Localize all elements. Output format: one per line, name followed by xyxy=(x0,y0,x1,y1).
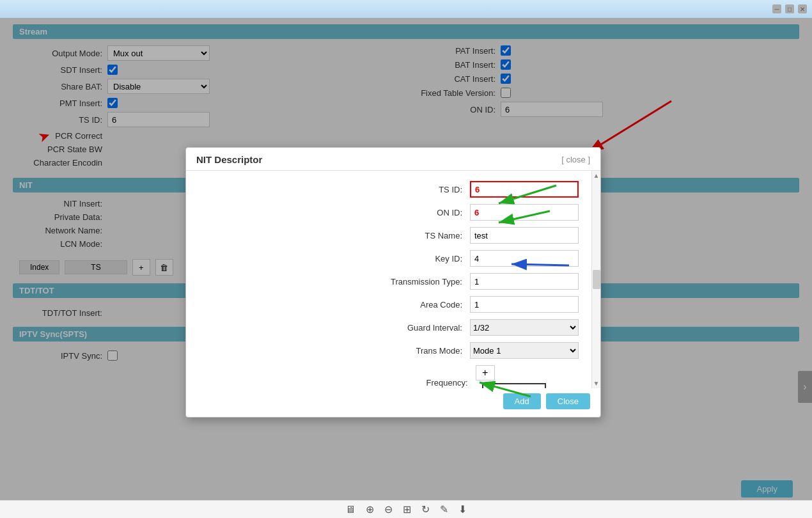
dialog-title: NIT Descriptor xyxy=(196,154,262,165)
monitor-icon[interactable]: 🖥 xyxy=(345,504,355,515)
maximize-button[interactable]: □ xyxy=(785,4,794,13)
dialog-trans-type-row: Transmission Type: xyxy=(199,273,579,290)
title-bar: ─ □ ✕ xyxy=(0,0,812,18)
dialog-ts-name-input[interactable] xyxy=(470,227,579,244)
frequency-value-input[interactable] xyxy=(482,383,546,388)
minimize-button[interactable]: ─ xyxy=(772,4,781,13)
dialog-guard-interval-label: Guard Interval: xyxy=(360,323,462,333)
dialog-guard-interval-row: Guard Interval: 1/32 1/16 1/8 1/4 xyxy=(199,319,579,336)
refresh-icon[interactable]: ↻ xyxy=(421,503,430,515)
frequency-entry: 0 MHz ✕ xyxy=(476,383,579,388)
dialog-close-link[interactable]: [ close ] xyxy=(561,155,590,164)
frequency-add-button[interactable]: + xyxy=(476,365,495,381)
dialog-ts-id-label: TS ID: xyxy=(360,185,462,194)
frequency-content: + 0 MHz ✕ xyxy=(476,365,579,388)
dialog-area-code-label: Area Code: xyxy=(360,300,462,310)
dialog-footer: Add Close xyxy=(186,388,600,417)
dialog-trans-type-input[interactable] xyxy=(470,273,579,290)
dialog-trans-mode-row: Trans Mode: Mode 1 Mode 2 Mode 4 xyxy=(199,342,579,359)
dialog-body: TS ID: ON ID: TS Name: Key ID: Transmiss… xyxy=(186,171,591,388)
freq-index: 0 xyxy=(476,387,480,388)
dialog-ts-id-row: TS ID: xyxy=(199,181,579,198)
close-button[interactable]: ✕ xyxy=(798,4,807,13)
zoom-out-icon[interactable]: ⊖ xyxy=(384,503,393,515)
dialog-guard-interval-select[interactable]: 1/32 1/16 1/8 1/4 xyxy=(470,319,579,336)
zoom-in-icon[interactable]: ⊕ xyxy=(366,503,374,515)
dialog-on-id-input[interactable] xyxy=(470,204,579,221)
dialog-on-id-label: ON ID: xyxy=(360,208,462,217)
dialog-area-code-input[interactable] xyxy=(470,296,579,313)
dialog-trans-mode-label: Trans Mode: xyxy=(360,346,462,356)
dialog-frequency-row: Frequency: + 0 MHz ✕ xyxy=(199,365,579,388)
dialog-trans-type-label: Transmission Type: xyxy=(360,277,462,286)
edit-icon[interactable]: ✎ xyxy=(440,503,448,515)
download-icon[interactable]: ⬇ xyxy=(458,503,467,515)
dialog-on-id-row: ON ID: xyxy=(199,204,579,221)
dialog-scrollbar[interactable]: ▲ ▼ xyxy=(591,171,600,388)
dialog-frequency-label: Frequency: xyxy=(366,378,468,388)
nit-descriptor-dialog: NIT Descriptor [ close ] TS ID: ON ID: T… xyxy=(185,147,601,418)
bottom-toolbar: 🖥 ⊕ ⊖ ⊞ ↻ ✎ ⬇ xyxy=(0,500,812,518)
dialog-trans-mode-select[interactable]: Mode 1 Mode 2 Mode 4 xyxy=(470,342,579,359)
dialog-ts-name-label: TS Name: xyxy=(360,231,462,240)
dialog-add-button[interactable]: Add xyxy=(503,393,541,409)
grid-icon[interactable]: ⊞ xyxy=(403,503,411,515)
dialog-header: NIT Descriptor [ close ] xyxy=(186,148,600,171)
dialog-key-id-label: Key ID: xyxy=(360,254,462,263)
dialog-area-code-row: Area Code: xyxy=(199,296,579,313)
frequency-unit: MHz xyxy=(549,387,566,389)
frequency-delete-button[interactable]: ✕ xyxy=(571,386,579,388)
dialog-ts-id-input[interactable] xyxy=(470,181,579,198)
dialog-key-id-input[interactable] xyxy=(470,250,579,267)
dialog-close-button[interactable]: Close xyxy=(546,393,590,409)
dialog-ts-name-row: TS Name: xyxy=(199,227,579,244)
dialog-key-id-row: Key ID: xyxy=(199,250,579,267)
